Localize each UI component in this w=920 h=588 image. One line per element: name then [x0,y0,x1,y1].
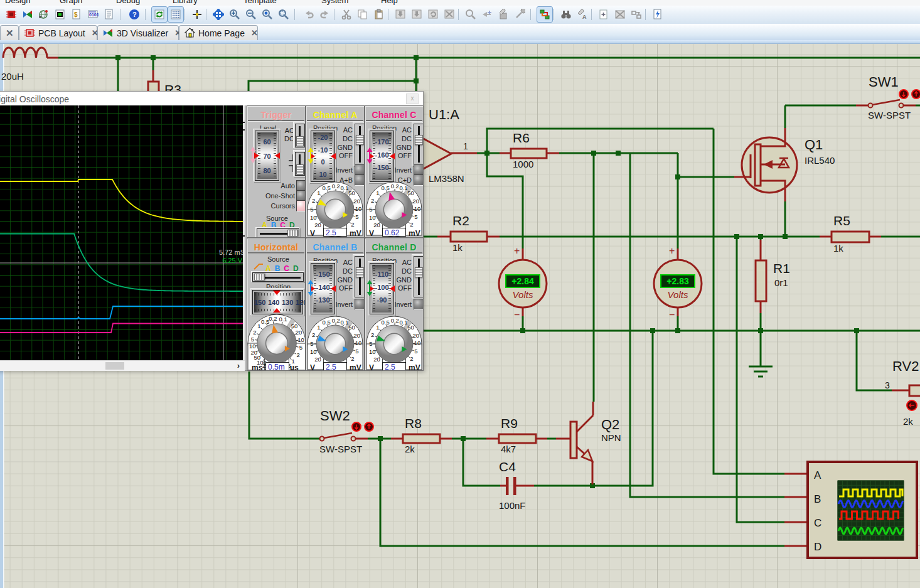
component-resistor-r8[interactable] [403,434,440,443]
tab-3d-visualizer[interactable]: 3D Visualizer✕ [97,25,179,40]
menu-graph[interactable]: Graph [60,0,82,5]
block-delete-icon[interactable] [442,7,457,22]
channel-coupling-off: OFF [337,284,353,292]
chip-doc-icon[interactable] [53,7,68,22]
goto-sheet-icon[interactable] [629,7,644,22]
slider-thumb[interactable] [296,164,304,174]
tool-wrench-icon[interactable] [512,7,527,22]
position-arrow[interactable] [366,147,373,164]
source-channel-A[interactable]: A [265,264,271,273]
svg-text:5: 5 [355,348,358,355]
slider-thumb[interactable] [254,274,265,281]
bom-doc-icon[interactable]: $ [69,7,84,22]
coupling-slider[interactable] [414,256,424,297]
menu-design[interactable]: Design [5,0,30,5]
text-doc-icon[interactable] [102,7,117,22]
source-slider[interactable] [252,272,304,282]
ares-3d-icon[interactable] [20,7,35,22]
zoom-full-icon[interactable] [260,7,275,22]
oscilloscope-window[interactable]: Digital Oscilloscope x 5.72 mS6.25 V › T… [0,91,424,371]
menu-help[interactable]: Help [381,0,398,5]
waveform-doc-icon[interactable]: 0101 [85,7,100,22]
component-resistor-r5[interactable] [832,232,869,242]
zoom-in-icon[interactable] [227,7,242,22]
component-resistor-r2[interactable] [451,232,487,242]
source-slider[interactable] [257,228,299,238]
level-gauge[interactable]: 607080 [255,131,279,181]
value-display[interactable]: 2.5 [323,362,347,371]
redraw-icon[interactable] [152,7,167,22]
netlist-globe-icon[interactable] [36,7,51,22]
goto-zoom-icon[interactable] [463,7,478,22]
menu-library[interactable]: Library [173,0,198,5]
oscilloscope-titlebar[interactable]: Digital Oscilloscope x [0,92,423,105]
coupling-slider[interactable] [355,124,365,165]
capacitor-ref: C4 [499,459,516,474]
source-channel-D[interactable]: D [293,264,299,273]
pin-add-icon[interactable] [479,7,495,22]
redo-icon[interactable] [318,7,333,22]
copy-icon[interactable] [355,7,370,22]
coupling-slider[interactable] [355,256,365,297]
position-arrow[interactable] [366,280,373,296]
value-display[interactable]: 0.62 [382,228,406,237]
coupling-slider[interactable] [414,124,424,165]
search-binoculars-icon[interactable] [559,7,574,22]
paste-icon[interactable] [372,7,387,22]
slider-thumb[interactable] [356,267,364,277]
tab-close-icon[interactable]: ✕ [251,28,258,38]
grid-toggle-icon[interactable] [168,7,183,22]
zoom-out-icon[interactable] [243,7,259,22]
block-rotate-icon[interactable] [425,7,441,22]
value-display[interactable]: 2.5 [382,362,406,371]
slider-thumb[interactable] [415,267,423,277]
coupling-slider[interactable] [295,124,305,147]
close-icon[interactable]: x [406,94,419,104]
block-copy-icon[interactable] [393,7,408,22]
slider-thumb[interactable] [356,135,364,145]
menu-template[interactable]: Template [243,0,277,5]
cut-icon[interactable] [339,7,354,22]
component-resistor-r1[interactable] [756,260,766,301]
coupling-slider[interactable] [295,152,305,176]
source-channel-B[interactable]: B [275,264,281,273]
source-channel-C[interactable]: C [284,264,289,273]
remove-sheet-icon[interactable] [612,7,628,22]
component-mosfet-q1[interactable] [742,137,797,193]
origin-icon[interactable] [190,7,205,22]
channel-invert-button[interactable] [414,299,424,310]
property-assign-icon[interactable]: A [575,7,590,22]
electrical-check-icon[interactable] [650,7,665,22]
value-display[interactable]: 2.5 [323,228,347,237]
component-mini-oscilloscope[interactable] [808,462,917,558]
slider-thumb[interactable] [415,135,423,145]
component-resistor-r9[interactable] [499,434,536,443]
channel-invert-button[interactable] [355,299,365,310]
config-chip-icon[interactable] [496,7,511,22]
tab-current-partial[interactable]: ✕ [0,25,19,40]
isis-schematic-icon[interactable] [4,7,19,22]
slider-thumb[interactable] [287,230,298,237]
pan-icon[interactable] [211,7,226,22]
position-arrow[interactable] [307,147,314,164]
wire-autoroute-icon[interactable] [537,7,552,22]
position-arrow[interactable] [307,280,314,296]
oscilloscope-scrollbar[interactable]: › [0,360,245,371]
scrollbar-thumb[interactable] [105,362,124,370]
block-move-icon[interactable] [409,7,424,22]
new-sheet-icon[interactable] [596,7,611,22]
tab-home-page[interactable]: Home Page✕ [179,25,258,40]
menu-system[interactable]: System [321,0,348,5]
tab-pcb-layout[interactable]: PCB Layout✕ [19,25,97,40]
tab-close-icon[interactable]: ✕ [6,28,14,39]
slider-thumb[interactable] [296,136,304,146]
zoom-area-icon[interactable] [276,7,291,22]
value-display[interactable]: 0.5m [265,362,289,371]
component-resistor-r6[interactable] [511,149,547,158]
menu-debug[interactable]: Debug [116,0,140,5]
trigger-cursors-button[interactable] [296,200,306,211]
undo-icon[interactable] [301,7,316,22]
help-icon[interactable]: ? [127,7,142,22]
position-arrow[interactable] [249,147,257,163]
scrollbar-right-arrow[interactable]: › [233,361,243,370]
